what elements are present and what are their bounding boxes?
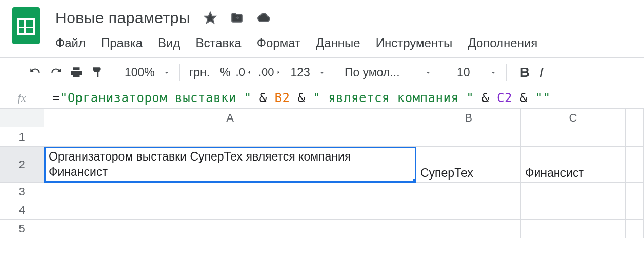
zoom-value: 100% [125, 66, 155, 80]
chevron-down-icon [163, 66, 170, 80]
menu-addons[interactable]: Дополнения [468, 36, 537, 50]
menu-insert[interactable]: Вставка [196, 36, 242, 50]
cell-C2[interactable]: Финансист [521, 147, 626, 183]
cell-A4[interactable] [44, 201, 416, 220]
menu-edit[interactable]: Правка [101, 36, 143, 50]
col-header-C[interactable]: C [521, 109, 626, 127]
zoom-selector[interactable]: 100% [125, 66, 170, 80]
redo-button[interactable] [47, 64, 65, 81]
fx-label: fx [0, 91, 44, 105]
formula-amp2: & [290, 91, 313, 105]
cell-A5[interactable] [44, 220, 416, 238]
percent-button[interactable]: % [220, 66, 230, 80]
cell-B2-value: СуперТех [420, 166, 473, 180]
font-size-selector[interactable]: 10 [451, 66, 497, 80]
cell-D2[interactable] [626, 147, 644, 183]
menu-format[interactable]: Формат [257, 36, 300, 50]
cell-D1[interactable] [626, 127, 644, 147]
menu-view[interactable]: Вид [158, 36, 180, 50]
font-name: По умол... [345, 66, 400, 80]
row-header-5[interactable]: 5 [0, 220, 44, 238]
row-header-2[interactable]: 2 [0, 147, 44, 183]
formula-str3: "" [535, 91, 551, 105]
bold-button[interactable]: B [520, 65, 530, 81]
cell-A1[interactable] [44, 127, 416, 147]
formula-ref2: C2 [497, 91, 512, 105]
header: Новые параметры [0, 0, 644, 50]
formula-amp3: & [474, 91, 497, 105]
cell-B5[interactable] [416, 220, 521, 238]
chevron-down-icon [318, 66, 326, 80]
print-button[interactable] [68, 64, 85, 81]
cell-B4[interactable] [416, 201, 521, 220]
row-header-4[interactable]: 4 [0, 201, 44, 220]
document-title[interactable]: Новые параметры [55, 9, 190, 27]
cell-A2[interactable]: Организатором выставки СуперТех является… [44, 147, 416, 183]
cell-C1[interactable] [521, 127, 626, 147]
formula-input[interactable]: = "Организатором выставки " & B2 & " явл… [44, 91, 644, 105]
menu-file[interactable]: Файл [55, 36, 86, 50]
header-main: Новые параметры [55, 7, 644, 50]
select-all-corner[interactable] [0, 109, 44, 127]
cell-A2-value: Организатором выставки СуперТех является… [49, 149, 412, 180]
cell-C3[interactable] [521, 183, 626, 201]
formula-amp1: & [252, 91, 275, 105]
menubar: Файл Правка Вид Вставка Формат Данные Ин… [55, 36, 644, 50]
cell-B2[interactable]: СуперТех [416, 147, 521, 183]
decrease-decimals-button[interactable]: .0 [236, 64, 253, 81]
col-header-A[interactable]: A [44, 109, 416, 127]
formula-str2: " является компания " [313, 91, 474, 105]
menu-data[interactable]: Данные [316, 36, 360, 50]
svg-marker-0 [205, 12, 216, 23]
font-size: 10 [457, 66, 470, 80]
formula-amp4: & [512, 91, 535, 105]
row-header-1[interactable]: 1 [0, 127, 44, 147]
spreadsheet-grid: A B C 1 2 Организатором выставки СуперТе… [0, 109, 644, 238]
cell-D5[interactable] [626, 220, 644, 238]
cell-C5[interactable] [521, 220, 626, 238]
more-formats-button[interactable]: 123 [291, 66, 326, 80]
cell-B3[interactable] [416, 183, 521, 201]
formula-str1: "Организатором выставки " [60, 91, 252, 105]
cell-A3[interactable] [44, 183, 416, 201]
chevron-down-icon [490, 66, 497, 80]
cell-C2-value: Финансист [525, 166, 584, 180]
chevron-down-icon [425, 66, 432, 80]
formula-eq: = [52, 91, 60, 105]
row-header-3[interactable]: 3 [0, 183, 44, 201]
cell-C4[interactable] [521, 201, 626, 220]
cell-D4[interactable] [626, 201, 644, 220]
cell-D3[interactable] [626, 183, 644, 201]
font-selector[interactable]: По умол... [345, 66, 432, 80]
star-icon[interactable] [202, 9, 219, 27]
paint-format-button[interactable] [88, 64, 106, 81]
increase-decimals-button[interactable]: .00 [258, 64, 283, 81]
cell-B1[interactable] [416, 127, 521, 147]
sheets-logo[interactable] [12, 7, 40, 44]
formula-bar: fx = "Организатором выставки " & B2 & " … [0, 87, 644, 109]
currency-button[interactable]: грн. [189, 66, 210, 80]
italic-button[interactable]: I [540, 65, 544, 81]
toolbar: 100% грн. % .0 .00 123 По умол... 10 B I [0, 58, 644, 87]
menu-tools[interactable]: Инструменты [376, 36, 453, 50]
undo-button[interactable] [27, 64, 44, 81]
col-header-B[interactable]: B [416, 109, 521, 127]
cloud-status-icon[interactable] [255, 9, 272, 27]
col-header-extra[interactable] [626, 109, 644, 127]
selection-handle[interactable] [413, 179, 416, 183]
formula-ref1: B2 [275, 91, 290, 105]
move-to-folder-icon[interactable] [228, 9, 246, 27]
